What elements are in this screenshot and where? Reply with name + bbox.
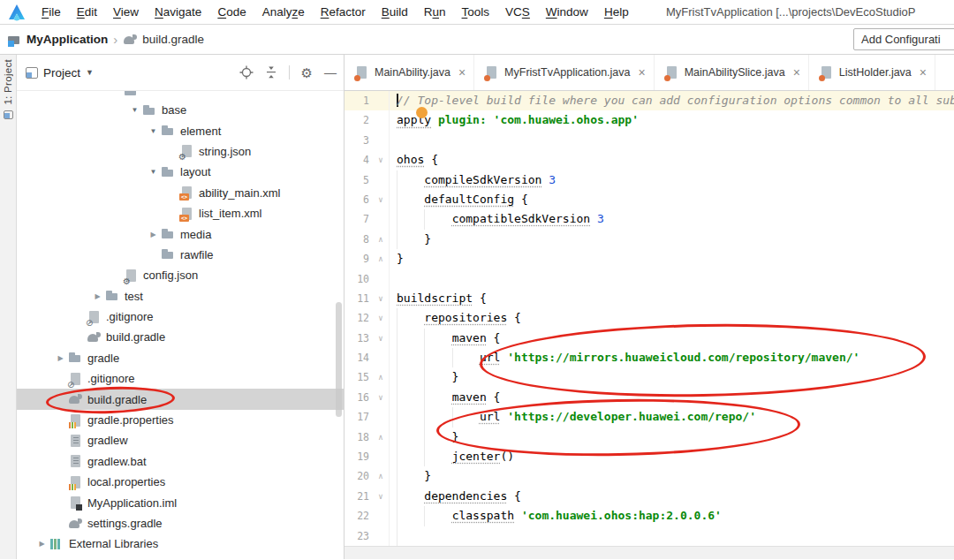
close-icon[interactable]: × [639, 65, 646, 79]
code-line[interactable]: 21∨ dependencies { [344, 487, 954, 506]
locate-file-icon[interactable] [239, 65, 254, 79]
tree-item[interactable]: ability_main.xml [17, 183, 344, 203]
tree-item[interactable]: settings.gradle [17, 513, 344, 534]
code-line[interactable]: 19 jcenter() [344, 447, 954, 466]
tree-item[interactable]: config.json [17, 265, 344, 285]
tree-item[interactable]: ▶test [17, 286, 344, 306]
fold-open-icon[interactable]: ∨ [373, 289, 390, 308]
editor-tab[interactable]: MainAbilitySlice.java× [655, 55, 809, 90]
tree-item[interactable]: gradlew.bat [17, 451, 344, 472]
indent-guide [424, 209, 425, 229]
hide-panel-icon[interactable]: — [324, 66, 337, 79]
tree-expand-closed-icon[interactable]: ▶ [146, 231, 161, 238]
tree-expand-open-icon[interactable]: ▼ [127, 106, 142, 114]
fold-open-icon[interactable]: ∨ [373, 487, 390, 506]
fold-open-icon[interactable]: ∨ [373, 308, 390, 328]
tree-item[interactable]: string.json [17, 141, 344, 162]
tree-item[interactable]: .gitignore [17, 306, 344, 327]
menu-file[interactable]: File [34, 5, 69, 19]
code-editor[interactable]: 1// Top-level build file where you can a… [344, 91, 954, 559]
project-panel-title[interactable]: Project [43, 66, 80, 79]
code-line[interactable]: 5 compileSdkVersion 3 [344, 170, 954, 190]
code-line[interactable]: 11∨buildscript { [344, 289, 954, 308]
editor-tab[interactable]: ListHolder.java× [809, 55, 935, 90]
menu-navigate[interactable]: Navigate [147, 5, 209, 19]
menu-run[interactable]: Run [416, 5, 454, 19]
breadcrumb-file[interactable]: build.gradle [142, 33, 204, 46]
fold-close-icon[interactable]: ∧ [373, 230, 390, 249]
close-icon[interactable]: × [458, 65, 466, 79]
editor-tab[interactable]: MyFristTvApplication.java× [474, 55, 655, 90]
code-line[interactable]: 2apply plugin: 'com.huawei.ohos.app' [344, 110, 954, 130]
settings-gear-icon[interactable]: ⚙ [301, 66, 313, 79]
close-icon[interactable]: × [920, 65, 927, 79]
code-line[interactable]: 15∧ } [344, 367, 954, 387]
code-line[interactable]: 22 classpath 'com.huawei.ohos:hap:2.0.0.… [344, 506, 954, 526]
tree-item[interactable]: build.gradle [17, 327, 344, 347]
code-line[interactable]: 4∨ohos { [344, 150, 954, 170]
fold-open-icon[interactable]: ∨ [373, 150, 390, 170]
tree-item[interactable]: local.properties [17, 472, 344, 492]
code-line[interactable]: 12∨ repositories { [344, 308, 954, 328]
fold-close-icon[interactable]: ∧ [373, 249, 390, 269]
tree-item[interactable]: ▶media [17, 223, 344, 244]
menu-help[interactable]: Help [596, 5, 637, 19]
tree-expand-open-icon[interactable]: ▼ [146, 127, 161, 135]
code-line[interactable]: 13∨ maven { [344, 329, 954, 348]
tree-expand-closed-icon[interactable]: ▶ [34, 540, 49, 548]
fold-close-icon[interactable]: ∧ [373, 428, 390, 447]
tree-item[interactable] [17, 91, 344, 100]
code-line[interactable]: 1// Top-level build file where you can a… [344, 91, 954, 110]
menu-edit[interactable]: Edit [69, 5, 105, 19]
code-line[interactable]: 23 [344, 526, 954, 546]
fold-open-icon[interactable]: ∨ [373, 329, 390, 348]
code-line[interactable]: 16∨ maven { [344, 388, 954, 407]
breadcrumb-project[interactable]: MyApplication [26, 33, 108, 46]
code-line[interactable]: 18∧ } [344, 428, 954, 447]
project-stripe-button[interactable]: 1: Project [3, 59, 13, 105]
code-line[interactable]: 7 compatibleSdkVersion 3 [344, 209, 954, 229]
collapse-all-icon[interactable] [265, 66, 277, 79]
tree-item[interactable]: ▶gradle [17, 348, 344, 368]
tree-item[interactable]: MyApplication.iml [17, 492, 344, 512]
menu-build[interactable]: Build [374, 5, 416, 19]
code-line[interactable]: 20∧ } [344, 466, 954, 486]
menu-analyze[interactable]: Analyze [254, 5, 313, 19]
code-line[interactable]: 10 [344, 269, 954, 289]
tree-item[interactable]: .gitignore [17, 368, 344, 389]
code-line[interactable]: 17 url 'https://developer.huawei.com/rep… [344, 407, 954, 427]
menu-view[interactable]: View [105, 5, 147, 19]
tree-item[interactable]: ▼layout [17, 162, 344, 182]
tree-expand-closed-icon[interactable]: ▶ [53, 354, 68, 362]
fold-close-icon[interactable]: ∧ [373, 466, 390, 486]
tree-item[interactable]: gradlew [17, 430, 344, 450]
tree-item[interactable]: ▶External Libraries [17, 534, 344, 554]
fold-open-icon[interactable]: ∨ [373, 190, 390, 209]
menu-code[interactable]: Code [209, 5, 254, 19]
code-line[interactable]: 9∧} [344, 249, 954, 269]
fold-gutter-spacer [373, 209, 390, 229]
menu-window[interactable]: Window [538, 5, 596, 19]
menu-vcs[interactable]: VCS [497, 5, 538, 19]
menu-tools[interactable]: Tools [454, 5, 498, 19]
chevron-down-icon[interactable]: ▼ [86, 68, 94, 77]
tree-item[interactable]: gradle.properties [17, 410, 344, 430]
code-line[interactable]: 6∨ defaultConfig { [344, 190, 954, 209]
editor-tab[interactable]: MainAbility.java× [344, 55, 474, 90]
tree-item[interactable]: ▼element [17, 120, 344, 140]
add-configuration-button[interactable]: Add Configurati [853, 28, 954, 50]
code-line[interactable]: 3 [344, 131, 954, 150]
tree-item[interactable]: build.gradle [17, 389, 344, 409]
menu-refactor[interactable]: Refactor [313, 5, 374, 19]
tree-expand-closed-icon[interactable]: ▶ [90, 292, 105, 300]
close-icon[interactable]: × [793, 65, 800, 79]
code-line[interactable]: 14 url 'https://mirrors.huaweicloud.com/… [344, 348, 954, 367]
tree-item[interactable]: rawfile [17, 245, 344, 265]
fold-close-icon[interactable]: ∧ [373, 367, 390, 387]
fold-open-icon[interactable]: ∨ [373, 388, 390, 407]
tree-scrollbar[interactable] [336, 302, 342, 417]
tree-expand-open-icon[interactable]: ▼ [146, 168, 161, 176]
tree-item[interactable]: list_item.xml [17, 203, 344, 223]
code-line[interactable]: 8∧ } [344, 230, 954, 249]
tree-item[interactable]: ▼base [17, 100, 344, 120]
